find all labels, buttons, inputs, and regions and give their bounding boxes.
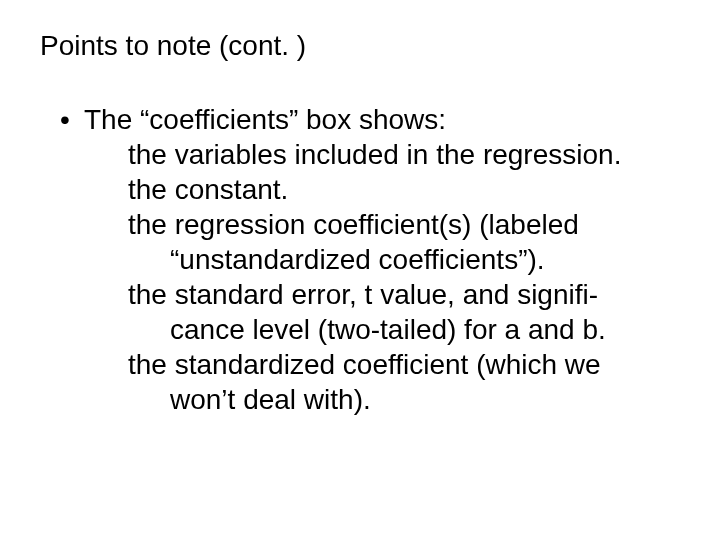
sub-line-2: the constant. (128, 172, 680, 207)
bullet-item: • The “coefficients” box shows: (60, 102, 680, 137)
sub-line-3: the regression coefficient(s) (labeled (128, 207, 680, 242)
sub-line-3-cont: “unstandardized coefficients”). (170, 242, 680, 277)
bullet-dot-icon: • (60, 102, 84, 137)
sub-line-5: the standardized coefficient (which we (128, 347, 680, 382)
slide-title: Points to note (cont. ) (40, 30, 680, 62)
slide-body: • The “coefficients” box shows: the vari… (40, 102, 680, 417)
slide: Points to note (cont. ) • The “coefficie… (0, 0, 720, 540)
sub-line-1: the variables included in the regression… (128, 137, 680, 172)
sub-line-4-cont: cance level (two-tailed) for a and b. (170, 312, 680, 347)
sub-line-4: the standard error, t value, and signifi… (128, 277, 680, 312)
bullet-lead-text: The “coefficients” box shows: (84, 102, 446, 137)
sub-line-5-cont: won’t deal with). (170, 382, 680, 417)
